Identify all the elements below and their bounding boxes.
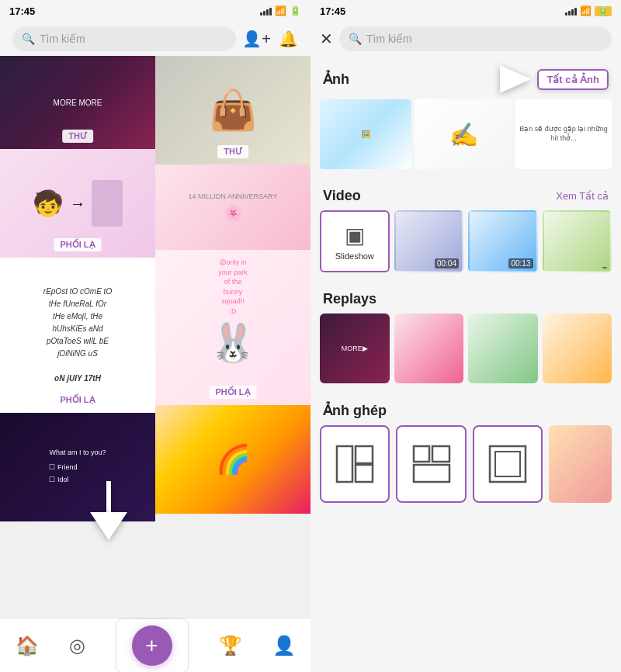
- status-icons-left: 📶 🔋: [260, 5, 301, 16]
- time-left: 17:45: [9, 5, 35, 17]
- collage-title: Ảnh ghép: [323, 402, 387, 419]
- slideshow-icon: ▣: [345, 223, 365, 248]
- svg-rect-4: [432, 446, 449, 462]
- replay-thumb-1[interactable]: MORE▶: [320, 313, 390, 383]
- feed-col-right: 👜 THƯ 14 MILLION ANNIVERSARY 🌸 @only iny…: [155, 56, 310, 618]
- svg-rect-1: [356, 446, 373, 463]
- photo-3-text: Bạn sẽ được gặp lại những hít thở...: [518, 125, 609, 143]
- arrow-overlay: [90, 481, 127, 540]
- collage-item-1[interactable]: [320, 425, 390, 503]
- svg-rect-2: [356, 465, 373, 482]
- video-thumb-1[interactable]: 00:04: [394, 210, 464, 272]
- search-bar-left: 🔍 Tìm kiếm 👤+ 🔔: [0, 22, 310, 56]
- add-button[interactable]: +: [132, 625, 172, 666]
- nav-trophy-icon[interactable]: 🏆: [219, 635, 242, 656]
- replay-1-text: MORE▶: [342, 345, 368, 352]
- feed-item-pink-bunny[interactable]: @only inyour parkof thebunnysquad!!:D 🐰 …: [155, 250, 310, 405]
- collage-section-header: Ảnh ghép: [310, 393, 621, 425]
- feed-item-text[interactable]: rEpOst tO cOmE tO tHe fUneRaL fOr tHe eM…: [0, 258, 155, 413]
- tat-ca-anh-button[interactable]: Tất cả Ảnh: [537, 69, 609, 90]
- feed-item-what-am-i[interactable]: What am I to you? ☐ Friend ☐ Idol: [0, 413, 155, 521]
- photo-2-text: ✍️: [449, 121, 478, 148]
- feed-item-gacha[interactable]: 🧒 → PHỐI LẠ: [0, 149, 155, 258]
- collage-photo-preview[interactable]: [549, 425, 612, 503]
- feed-item-thu-2[interactable]: 14 MILLION ANNIVERSARY 🌸: [155, 165, 310, 250]
- video-thumb-2[interactable]: 00:13: [468, 210, 538, 272]
- videos-link[interactable]: Xem Tất cả: [556, 190, 609, 202]
- search-placeholder-right: Tìm kiếm: [366, 33, 412, 45]
- photos-section-header: Ảnh Tất cả Ảnh: [310, 56, 621, 99]
- feed-item-label-thu: THƯ: [62, 130, 93, 143]
- search-icon-left: 🔍: [22, 33, 35, 45]
- feed-item-bag[interactable]: 👜 THƯ: [155, 56, 310, 165]
- collage-icon-3: [488, 445, 527, 483]
- wifi-icon-right: 📶: [580, 5, 592, 16]
- status-icons-right: 📶 🔋: [565, 5, 612, 16]
- collage-icon-2: [412, 445, 451, 483]
- video-thumb-3[interactable]: [543, 210, 612, 272]
- collage-item-2[interactable]: [396, 425, 466, 503]
- feed-item-rainbow[interactable]: 🌈: [155, 405, 310, 514]
- photo-thumb-3[interactable]: Bạn sẽ được gặp lại những hít thở...: [515, 99, 612, 169]
- svg-rect-3: [414, 446, 429, 462]
- battery-icon: 🔋: [290, 5, 301, 16]
- close-button[interactable]: ✕: [320, 29, 333, 48]
- replay-thumb-3[interactable]: [468, 313, 538, 383]
- feed-item-label-phoi-la-1: PHỐI LẠ: [54, 238, 101, 251]
- add-icon: +: [145, 633, 158, 658]
- photos-grid: 🖼️ ✍️ Bạn sẽ được gặp lại những hít thở.…: [310, 99, 621, 178]
- arrow-icon: →: [70, 195, 85, 213]
- signal-icon-right: [565, 6, 577, 16]
- search-placeholder-left: Tìm kiếm: [40, 33, 85, 45]
- photos-title: Ảnh: [323, 71, 349, 88]
- search-icon-right: 🔍: [349, 33, 362, 45]
- photo-thumb-2[interactable]: ✍️: [415, 99, 512, 169]
- status-bar-left: 17:45 📶 🔋: [0, 0, 310, 22]
- time-right: 17:45: [320, 5, 345, 17]
- right-content: Ảnh Tất cả Ảnh 🖼️ ✍️ Bạn sẽ được gặp lại…: [310, 56, 621, 672]
- replay-thumb-4[interactable]: [543, 313, 612, 383]
- text-post-content: rEpOst tO cOmE tO tHe fUneRaL fOr tHe eM…: [43, 286, 112, 385]
- slideshow-label: Slideshow: [335, 251, 374, 261]
- feed-item-video-group[interactable]: MORE MORE THƯ: [0, 56, 155, 149]
- nav-home-icon[interactable]: 🏠: [16, 635, 39, 656]
- nav-profile-icon[interactable]: 👤: [272, 635, 296, 656]
- feed-item-label-phoi-la-2: PHỐI LẠ: [209, 386, 256, 399]
- tat-ca-anh-wrapper: Tất cả Ảnh: [500, 65, 609, 93]
- left-panel: 17:45 📶 🔋 🔍 Tìm kiếm 👤+ 🔔 M: [0, 0, 310, 672]
- search-input-right[interactable]: 🔍 Tìm kiếm: [339, 26, 612, 51]
- video-row: ▣ Slideshow 00:04 00:13: [310, 210, 621, 282]
- feed-item-label-phoi-la-3: PHỐI LẠ: [54, 393, 101, 407]
- video-duration-3: [602, 267, 607, 268]
- gacha-char-icon: 🧒: [33, 189, 64, 218]
- search-input-left[interactable]: 🔍 Tìm kiếm: [12, 26, 236, 51]
- collage-row: [310, 425, 621, 512]
- rainbow-emoji: 🌈: [216, 443, 251, 476]
- video-duration-2: 00:13: [508, 258, 533, 268]
- collage-icon-1: [335, 445, 374, 483]
- replay-thumb-2[interactable]: [394, 313, 464, 383]
- bunny-icon: 🐰: [210, 321, 256, 365]
- arrow-down-icon: [90, 512, 127, 540]
- notification-icon[interactable]: 🔔: [279, 29, 298, 48]
- collage-item-3[interactable]: [473, 425, 543, 503]
- thu2-subtitle: 14 MILLION ANNIVERSARY: [189, 192, 278, 200]
- videos-title: Video: [323, 188, 361, 204]
- replays-section-header: Replays: [310, 282, 621, 313]
- right-panel: 17:45 📶 🔋 ✕ 🔍 Tìm kiếm Ảnh Tấ: [310, 0, 621, 672]
- nav-explore-icon[interactable]: ◎: [69, 635, 85, 656]
- search-bar-right: ✕ 🔍 Tìm kiếm: [310, 22, 621, 56]
- videos-section-header: Video Xem Tất cả: [310, 178, 621, 210]
- status-bar-right: 17:45 📶 🔋: [310, 0, 621, 22]
- arrow-shaft: [106, 481, 111, 512]
- arrow-right-icon: [500, 65, 531, 93]
- video-slideshow-item[interactable]: ▣ Slideshow: [320, 210, 390, 272]
- svg-rect-5: [414, 465, 449, 482]
- photo-thumb-1[interactable]: 🖼️: [320, 99, 411, 169]
- add-user-icon[interactable]: 👤+: [242, 29, 271, 48]
- feed-area: MORE MORE THƯ 🧒 → PHỐI LẠ rEpOst tO cOmE…: [0, 56, 310, 618]
- video-duration-1: 00:04: [435, 258, 459, 268]
- wifi-icon: 📶: [275, 5, 286, 16]
- photo-1-text: 🖼️: [359, 127, 373, 141]
- video-group-content: MORE MORE: [50, 95, 106, 110]
